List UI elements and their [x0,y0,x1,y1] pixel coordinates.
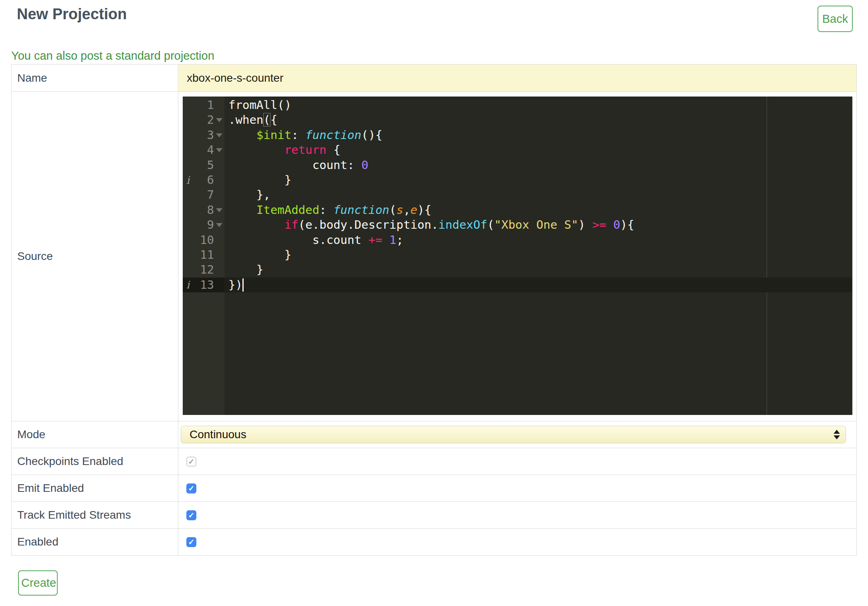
checkbox-row-3: Enabled✓ [12,528,856,555]
code-line-12[interactable]: } [224,262,852,277]
name-row: Name [12,64,856,91]
line-number: 13 [193,278,214,292]
checkbox-cell-1: ✓ [178,475,856,501]
code-line-4[interactable]: return { [224,143,852,157]
line-number: 1 [193,98,214,113]
mode-row: Mode Continuous [12,421,856,448]
gutter-line-10: 10 [183,233,224,248]
gutter-line-5: 5 [183,158,224,173]
gutter-line-3: 3 [183,128,224,143]
gutter-spacer [214,278,224,292]
line-number: 7 [193,187,214,202]
projection-form-table: Name Source 12345i6789101112i13 fromAll(… [11,64,857,556]
mode-label: Mode [12,421,178,448]
text-cursor [242,278,244,292]
gutter-spacer [214,233,224,248]
code-line-9[interactable]: if(e.body.Description.indexOf("Xbox One … [224,217,852,232]
code-line-3[interactable]: $init: function(){ [224,128,852,143]
gutter-line-2: 2 [183,113,224,127]
line-number: 10 [193,233,214,248]
gutter-line-8: 8 [183,203,224,217]
code-line-8[interactable]: ItemAdded: function(s,e){ [224,203,852,217]
editor-gutter: 12345i6789101112i13 [183,97,224,415]
gutter-line-12: 12 [183,262,224,277]
mode-select[interactable]: Continuous [181,426,846,443]
code-editor[interactable]: 12345i6789101112i13 fromAll().when({$ini… [183,97,852,415]
page-title: New Projection [17,6,127,23]
info-annotation-icon: i [183,280,193,290]
code-line-10[interactable]: s.count += 1; [224,233,852,248]
source-row: Source 12345i6789101112i13 fromAll().whe… [12,91,856,421]
code-line-5[interactable]: count: 0 [224,158,852,173]
code-line-7[interactable]: }, [224,187,852,202]
gutter-line-6: i6 [183,173,224,187]
name-cell [178,64,856,91]
code-line-2[interactable]: .when({ [224,113,852,127]
line-number: 9 [193,217,214,232]
info-annotation-icon: i [183,175,193,185]
standard-projection-link[interactable]: You can also post a standard projection [11,49,214,62]
line-number: 12 [193,262,214,277]
line-number: 11 [193,248,214,262]
emit-enabled-checkbox[interactable]: ✓ [186,483,196,493]
mode-cell: Continuous [178,421,856,448]
gutter-line-7: 7 [183,187,224,202]
gutter-line-13: i13 [183,278,224,292]
editor-content[interactable]: fromAll().when({$init: function(){return… [224,97,852,415]
checkbox-label-2: Track Emitted Streams [12,502,178,528]
name-input[interactable] [178,64,856,91]
checkbox-cell-2: ✓ [178,502,856,528]
checkbox-cell-0: ✓ [178,448,856,475]
checkbox-label-3: Enabled [12,529,178,555]
checkbox-row-1: Emit Enabled✓ [12,475,856,501]
back-button[interactable]: Back [818,6,853,32]
gutter-line-9: 9 [183,217,224,232]
gutter-spacer [214,158,224,173]
enabled-checkbox[interactable]: ✓ [186,537,196,547]
create-button[interactable]: Create [18,570,58,596]
fold-arrow-icon[interactable] [214,128,224,143]
gutter-line-1: 1 [183,98,224,113]
gutter-spacer [214,187,224,202]
checkbox-row-2: Track Emitted Streams✓ [12,501,856,528]
checkbox-row-0: Checkpoints Enabled✓ [12,448,856,475]
gutter-spacer [214,248,224,262]
code-line-1[interactable]: fromAll() [224,98,852,113]
fold-arrow-icon[interactable] [214,217,224,232]
name-label: Name [12,64,178,91]
checkpoints-enabled-checkbox: ✓ [186,457,196,467]
track-emitted-streams-checkbox[interactable]: ✓ [186,510,196,520]
gutter-spacer [214,262,224,277]
line-number: 3 [193,128,214,143]
code-line-13[interactable]: }) [224,278,852,292]
line-number: 4 [193,143,214,157]
code-line-11[interactable]: } [224,248,852,262]
line-number: 2 [193,113,214,127]
fold-arrow-icon[interactable] [214,113,224,127]
checkbox-cell-3: ✓ [178,529,856,555]
line-number: 6 [193,173,214,187]
gutter-spacer [214,173,224,187]
checkbox-label-0: Checkpoints Enabled [12,448,178,475]
select-arrows-icon [834,430,840,439]
line-number: 8 [193,203,214,217]
gutter-line-11: 11 [183,248,224,262]
source-cell: 12345i6789101112i13 fromAll().when({$ini… [178,92,856,421]
gutter-spacer [214,98,224,113]
checkbox-label-1: Emit Enabled [12,475,178,501]
mode-selected-value: Continuous [190,428,246,441]
fold-arrow-icon[interactable] [214,203,224,217]
fold-arrow-icon[interactable] [214,143,224,157]
code-line-6[interactable]: } [224,173,852,187]
gutter-line-4: 4 [183,143,224,157]
line-number: 5 [193,158,214,173]
source-label: Source [12,92,178,421]
